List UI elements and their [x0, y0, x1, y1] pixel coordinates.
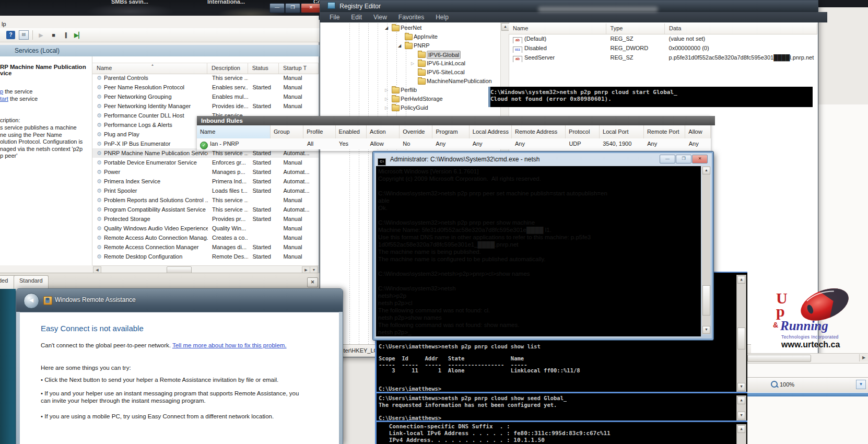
- registry-key-label[interactable]: PeerNet: [401, 24, 421, 32]
- service-row[interactable]: ⚙Remote Desktop ConfigurationRemote Des.…: [92, 252, 319, 261]
- service-row[interactable]: ⚙Quality Windows Audio Video ExperienceQ…: [92, 224, 319, 233]
- terminal-vertical-scrollbar[interactable]: ▲: [736, 424, 746, 444]
- zoom-control[interactable]: 100%: [771, 381, 794, 388]
- registry-key-label[interactable]: IPV6-SiteLocal: [427, 68, 465, 77]
- column-header[interactable]: Remote Port: [644, 125, 685, 138]
- collapse-icon[interactable]: ◢: [398, 41, 401, 50]
- scroll-up-arrow[interactable]: ▲: [737, 276, 745, 284]
- column-header[interactable]: Action: [367, 125, 400, 138]
- scroll-up-arrow[interactable]: ▲: [737, 396, 745, 404]
- menu-item[interactable]: Favorites: [398, 14, 424, 21]
- scroll-up-arrow[interactable]: ▲: [737, 425, 745, 433]
- registry-key-ipv6-global[interactable]: IPV6-Global: [321, 50, 500, 59]
- registry-key-label[interactable]: MachineNamePublication: [427, 77, 492, 86]
- column-header[interactable]: Local Port: [600, 125, 644, 138]
- menu-item[interactable]: Edit: [351, 14, 362, 21]
- menu-item[interactable]: View: [373, 14, 387, 21]
- services-horizontal-scrollbar[interactable]: ◀ ▶ ▼: [92, 265, 319, 273]
- column-header[interactable]: Program: [432, 125, 469, 138]
- terminal-vertical-scrollbar[interactable]: ▲ ▼: [736, 395, 746, 420]
- column-header[interactable]: Profile: [303, 125, 335, 138]
- close-button[interactable]: ✕: [301, 3, 321, 13]
- registry-key-label[interactable]: PNRP: [414, 41, 430, 50]
- pause-service-icon[interactable]: ∥: [62, 31, 71, 39]
- cmd-vertical-scrollbar[interactable]: ▲ ▼: [702, 166, 710, 334]
- fix-problem-link[interactable]: Tell me more about how to fix this probl…: [172, 342, 287, 348]
- column-header[interactable]: Local Address: [470, 125, 512, 138]
- expand-icon[interactable]: ▷: [385, 86, 388, 95]
- column-header[interactable]: Name: [509, 24, 606, 34]
- menu-item[interactable]: File: [330, 14, 339, 21]
- menu-bar-fragment[interactable]: lp: [0, 20, 320, 29]
- registry-key-appinvite[interactable]: AppInvite: [321, 32, 500, 41]
- menu-item[interactable]: Help: [436, 14, 449, 21]
- service-row[interactable]: ⚙Remote Access Connection ManagerManages…: [92, 242, 319, 252]
- column-header[interactable]: Status: [248, 63, 279, 74]
- scroll-down-arrow[interactable]: ▼: [702, 326, 710, 334]
- column-header[interactable]: Allow: [685, 125, 711, 138]
- service-row[interactable]: ⚙Protected StorageProvides pr...StartedM…: [92, 214, 319, 224]
- registry-key-policyguid[interactable]: ▷PolicyGuid: [321, 103, 500, 112]
- inbound-rule-row[interactable]: ✓Ian - PNRPAllYesAllowNoAnyAnyAnyUDP3540…: [197, 138, 711, 149]
- registry-value-row[interactable]: ab(Default)REG_SZ(value not set): [509, 34, 817, 43]
- column-header[interactable]: Protocol: [566, 125, 600, 138]
- scrollbar-thumb[interactable]: [702, 285, 710, 316]
- column-header[interactable]: Name: [197, 125, 271, 138]
- column-header[interactable]: Override: [400, 125, 432, 138]
- close-button[interactable]: ✕: [692, 155, 708, 163]
- scrollbar-thumb[interactable]: [737, 328, 745, 349]
- minimize-button[interactable]: —: [269, 3, 285, 13]
- scroll-right-arrow[interactable]: ▶: [859, 354, 868, 361]
- column-header[interactable]: Type: [606, 24, 665, 34]
- registry-key-label[interactable]: AppInvite: [414, 32, 438, 41]
- scroll-up-arrow[interactable]: ▲: [501, 23, 509, 31]
- registry-key-label[interactable]: PerHwIdStorage: [401, 95, 443, 103]
- column-header[interactable]: Startup T: [279, 63, 319, 74]
- inbound-rules-header[interactable]: NameGroupProfileEnabledActionOverridePro…: [197, 125, 711, 139]
- service-row[interactable]: ⚙Remote Access Auto Connection Manag...C…: [92, 233, 319, 242]
- bookmark-item[interactable]: SMBs savin...: [111, 0, 148, 5]
- column-header[interactable]: Group: [271, 125, 303, 138]
- expand-icon[interactable]: ▷: [385, 95, 388, 103]
- remote-assistance-titlebar[interactable]: ◄ Windows Remote Assistance: [16, 289, 343, 312]
- scroll-down-arrow[interactable]: ▼: [737, 383, 745, 391]
- registry-list-header[interactable]: NameTypeData: [509, 24, 817, 34]
- expand-icon[interactable]: ▷: [411, 59, 414, 68]
- tab-standard[interactable]: Standard: [14, 275, 49, 289]
- minimize-button[interactable]: —: [660, 155, 675, 163]
- service-row[interactable]: ⚙Program Compatibility Assistant Service…: [92, 205, 319, 214]
- registry-key-machinenamepublication[interactable]: MachineNamePublication: [321, 77, 500, 86]
- column-header[interactable]: Description: [207, 63, 248, 74]
- services-list-header[interactable]: ▲ NameDescriptionStatusStartup T: [92, 63, 319, 74]
- zoom-dropdown-button[interactable]: ▼: [856, 380, 866, 389]
- start-service-icon[interactable]: ▶: [37, 31, 45, 39]
- column-header[interactable]: Remote Address: [512, 125, 566, 138]
- scroll-down-arrow[interactable]: ▼: [737, 412, 745, 419]
- service-row[interactable]: ⚙PowerManages p...StartedAutomat...: [92, 167, 319, 177]
- service-row[interactable]: ⚙Portable Device Enumerator ServiceEnfor…: [92, 158, 319, 167]
- bookmark-item[interactable]: Internationa...: [207, 0, 245, 5]
- restart-service-icon[interactable]: ▶▏: [74, 31, 83, 39]
- export-list-icon[interactable]: ▤: [19, 30, 29, 40]
- registry-value-row[interactable]: abSeedServerREG_SZp.p5fe31d0f552ac58e320…: [509, 53, 817, 62]
- service-row[interactable]: ⚙Primera Index ServicePrimera Ind...Star…: [92, 177, 319, 186]
- registry-key-perhwidstorage[interactable]: ▷PerHwIdStorage: [321, 95, 500, 103]
- service-row[interactable]: ⚙Peer Name Resolution ProtocolEnables se…: [92, 83, 319, 92]
- service-row[interactable]: ⚙Peer Networking Identity ManagerProvide…: [92, 101, 319, 111]
- column-header[interactable]: Name: [92, 63, 207, 74]
- registry-key-label[interactable]: IPV6-Global: [427, 51, 461, 59]
- maximize-button[interactable]: ❐: [285, 3, 300, 13]
- registry-key-ipv6-sitelocal[interactable]: IPV6-SiteLocal: [321, 68, 500, 77]
- restart-service-link[interactable]: tart: [0, 96, 8, 102]
- cmd-titlebar[interactable]: C:\ Administrator: C:\Windows\System32\c…: [374, 153, 712, 166]
- collapse-icon[interactable]: ◢: [385, 24, 388, 32]
- service-row[interactable]: ⚙Peer Networking GroupingEnables mul...M…: [92, 92, 319, 101]
- registry-key-label[interactable]: Perflib: [401, 86, 417, 95]
- registry-key-pnrp[interactable]: ◢PNRP: [321, 41, 500, 50]
- close-icon[interactable]: ✕: [307, 277, 318, 287]
- stop-service-icon[interactable]: ■: [49, 31, 58, 39]
- expand-icon[interactable]: ▷: [385, 103, 388, 112]
- registry-key-label[interactable]: PolicyGuid: [401, 103, 428, 112]
- registry-key-label[interactable]: IPV6-LinkLocal: [427, 59, 465, 68]
- registry-value-row[interactable]: 011DisabledREG_DWORD0x00000000 (0): [509, 43, 817, 53]
